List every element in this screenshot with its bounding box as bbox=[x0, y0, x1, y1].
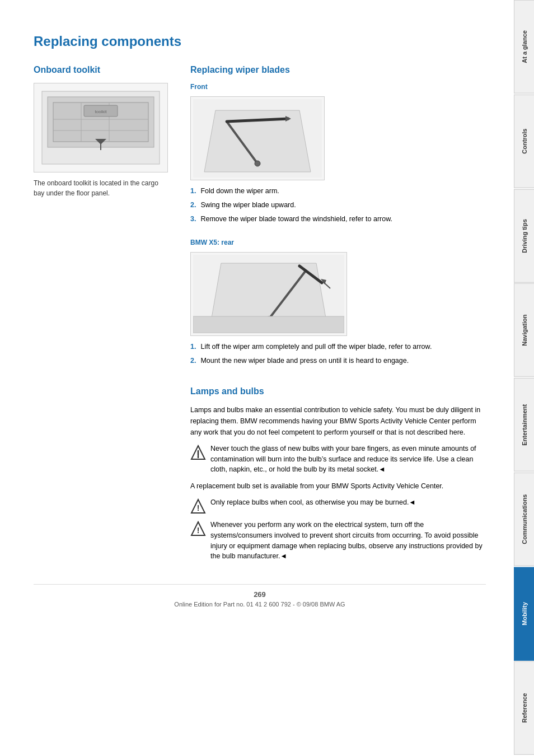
page-title: Replacing components bbox=[34, 34, 486, 49]
svg-text:!: ! bbox=[197, 503, 200, 512]
svg-point-15 bbox=[255, 161, 260, 166]
footer-text: Online Edition for Part no. 01 41 2 600 … bbox=[174, 601, 345, 608]
sidebar-tab-reference[interactable]: Reference bbox=[514, 661, 534, 755]
wiper-rear-steps: 1. Lift off the wiper arm completely and… bbox=[190, 342, 486, 366]
page-number: 269 bbox=[34, 590, 486, 599]
svg-rect-22 bbox=[193, 316, 344, 333]
warning-icon-2: ! bbox=[190, 521, 206, 536]
lamps-notice-3-text: Whenever you perform any work on the ele… bbox=[210, 520, 486, 562]
sidebar-tab-at-a-glance[interactable]: At a glance bbox=[514, 0, 534, 94]
wiper-front-subtitle: Front bbox=[190, 83, 486, 91]
warning-icon-1: ! bbox=[190, 498, 206, 514]
wiper-rear-image bbox=[190, 252, 347, 336]
page-footer: 269 Online Edition for Part no. 01 41 2 … bbox=[34, 584, 486, 608]
sidebar: At a glance Controls Driving tips Naviga… bbox=[514, 0, 534, 756]
lamps-title: Lamps and bulbs bbox=[190, 386, 486, 396]
wiper-blades-title: Replacing wiper blades bbox=[190, 65, 486, 75]
onboard-toolkit-caption: The onboard toolkit is located in the ca… bbox=[34, 178, 168, 198]
sidebar-tab-driving-tips[interactable]: Driving tips bbox=[514, 189, 534, 283]
wiper-front-step-2: 2. Swing the wiper blade upward. bbox=[190, 200, 486, 211]
lamps-notice-1-text: Never touch the glass of new bulbs with … bbox=[210, 444, 486, 475]
svg-text:!: ! bbox=[197, 526, 200, 535]
wiper-rear-section: BMW X5: rear bbox=[185, 239, 486, 370]
sidebar-tab-controls[interactable]: Controls bbox=[514, 95, 534, 188]
wiper-front-steps: 1. Fold down the wiper arm. 2. Swing the… bbox=[190, 186, 486, 224]
wiper-rear-step-1: 1. Lift off the wiper arm completely and… bbox=[190, 342, 486, 352]
lamps-and-bulbs-section: Lamps and bulbs Lamps and bulbs make an … bbox=[185, 386, 486, 567]
wiper-rear-subtitle: BMW X5: rear bbox=[190, 239, 486, 246]
sidebar-tab-navigation[interactable]: Navigation bbox=[514, 283, 534, 377]
onboard-toolkit-title: Onboard toolkit bbox=[34, 65, 168, 75]
sidebar-tab-entertainment[interactable]: Entertainment bbox=[514, 378, 534, 472]
lamps-notice-3: ! Whenever you perform any work on the e… bbox=[190, 520, 486, 562]
onboard-toolkit-section: Onboard toolkit bbox=[34, 65, 168, 227]
wiper-front-step-3: 3. Remove the wiper blade toward the win… bbox=[190, 214, 486, 225]
info-icon-1 bbox=[190, 445, 206, 460]
wiper-front-image bbox=[190, 96, 325, 180]
lamps-intro: Lamps and bulbs make an essential contri… bbox=[190, 404, 486, 438]
wiper-blades-section: Replacing wiper blades Front bbox=[185, 65, 486, 227]
wiper-front-step-1: 1. Fold down the wiper arm. bbox=[190, 186, 486, 197]
sidebar-tab-communications[interactable]: Communications bbox=[514, 473, 534, 566]
lamps-notice-1: Never touch the glass of new bulbs with … bbox=[190, 444, 486, 475]
lamps-notice-2: ! Only replace bulbs when cool, as other… bbox=[190, 497, 486, 514]
wiper-rear-step-2: 2. Mount the new wiper blade and press o… bbox=[190, 356, 486, 366]
lamps-notice-2-text: Only replace bulbs when cool, as otherwi… bbox=[210, 497, 486, 508]
sidebar-tab-mobility[interactable]: Mobility bbox=[514, 567, 534, 661]
replacement-bulb-text: A replacement bulb set is available from… bbox=[190, 480, 486, 492]
onboard-toolkit-image: toolkit bbox=[34, 83, 168, 172]
svg-text:toolkit: toolkit bbox=[95, 109, 107, 114]
